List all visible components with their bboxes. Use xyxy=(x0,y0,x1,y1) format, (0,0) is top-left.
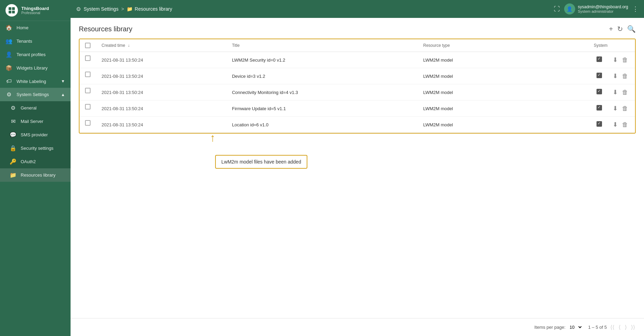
mail-icon: ✉ xyxy=(10,118,17,125)
sidebar-logo: ThingsBoard Professional xyxy=(0,0,71,21)
sidebar-item-widgets-library[interactable]: 📦 Widgets Library xyxy=(0,61,71,75)
sidebar-label-tenant-profiles: Tenant profiles xyxy=(17,52,46,57)
row-title: LWM2M Security id=0 v1.2 xyxy=(226,52,418,68)
row-resource-type: LWM2M model xyxy=(418,68,519,84)
table-row: 2021-08-31 13:50:24 Device id=3 v1.2 LWM… xyxy=(80,68,635,84)
row-created-time: 2021-08-31 13:50:24 xyxy=(96,84,226,101)
folder-icon: 📁 xyxy=(127,6,133,12)
app-sub: Professional xyxy=(21,11,49,15)
sidebar-item-white-labeling[interactable]: 🏷 White Labeling ▼ xyxy=(0,75,71,88)
header-actions: + ↻ 🔍 xyxy=(609,25,636,33)
annotation-box: LwM2m model files have been added xyxy=(215,155,307,169)
sidebar-item-home[interactable]: 🏠 Home xyxy=(0,21,71,34)
table-row: 2021-08-31 13:50:24 Connectivity Monitor… xyxy=(80,84,635,101)
row-checkbox-1[interactable] xyxy=(85,72,91,77)
row-created-time: 2021-08-31 13:50:24 xyxy=(96,101,226,117)
chevron-up-icon: ▲ xyxy=(61,92,65,97)
sidebar-item-resources-library[interactable]: 📁 Resources library xyxy=(0,168,71,182)
prev-page-button[interactable]: ⟨ xyxy=(618,323,621,331)
sidebar-item-sms-provider[interactable]: 💬 SMS provider xyxy=(0,128,71,141)
fullscreen-icon[interactable]: ⛶ xyxy=(554,6,560,13)
table-body: 2021-08-31 13:50:24 LWM2M Security id=0 … xyxy=(80,52,635,133)
add-button[interactable]: + xyxy=(609,25,613,33)
row-checkbox-cell xyxy=(80,52,96,64)
table-row: 2021-08-31 13:50:24 LWM2M Security id=0 … xyxy=(80,52,635,68)
row-resource-type: LWM2M model xyxy=(418,101,519,117)
sidebar-label-security: Security settings xyxy=(21,146,53,151)
resources-icon: 📁 xyxy=(10,172,17,178)
system-checkbox-3[interactable] xyxy=(597,105,602,111)
search-button[interactable]: 🔍 xyxy=(627,25,636,33)
download-button-1[interactable]: ⬇ xyxy=(611,72,619,81)
row-resource-type: LWM2M model xyxy=(418,52,519,68)
system-checkbox-1[interactable] xyxy=(597,73,602,78)
delete-button-0[interactable]: 🗑 xyxy=(621,56,630,64)
sidebar-label-white-labeling: White Labeling xyxy=(17,79,46,84)
download-button-0[interactable]: ⬇ xyxy=(611,55,619,64)
main-wrapper: ⚙ System Settings > 📁 Resources library … xyxy=(71,0,644,336)
more-options-icon[interactable]: ⋮ xyxy=(632,5,638,13)
breadcrumb: System Settings > 📁 Resources library xyxy=(84,6,172,12)
topbar: ⚙ System Settings > 📁 Resources library … xyxy=(71,0,644,18)
select-all-checkbox[interactable] xyxy=(85,43,91,48)
header-system: System xyxy=(519,39,635,52)
tenants-icon: 👥 xyxy=(6,38,12,44)
row-created-time: 2021-08-31 13:50:24 xyxy=(96,68,226,84)
security-icon: 🔒 xyxy=(10,145,17,151)
sidebar-item-oauth2[interactable]: 🔑 OAuth2 xyxy=(0,155,71,168)
sidebar-item-security-settings[interactable]: 🔒 Security settings xyxy=(0,141,71,155)
delete-button-4[interactable]: 🗑 xyxy=(621,120,630,129)
sidebar-item-system-settings[interactable]: ⚙ System Settings ▲ xyxy=(0,88,71,101)
breadcrumb-system-settings: System Settings xyxy=(84,6,118,12)
delete-button-3[interactable]: 🗑 xyxy=(621,104,630,113)
system-checkbox-0[interactable] xyxy=(597,56,602,62)
main-content: Resources library + ↻ 🔍 xyxy=(71,18,644,336)
topbar-actions: ⛶ 👤 sysadmin@thingsboard.org System admi… xyxy=(554,3,638,14)
sidebar-label-general: General xyxy=(21,105,36,111)
first-page-button[interactable]: ⟨⟨ xyxy=(610,323,615,331)
sidebar-item-mail-server[interactable]: ✉ Mail Server xyxy=(0,115,71,128)
row-actions: ⬇ 🗑 xyxy=(519,84,635,101)
user-email: sysadmin@thingsboard.org xyxy=(578,4,628,9)
system-checkbox-4[interactable] xyxy=(597,121,602,127)
sidebar-label-widgets: Widgets Library xyxy=(17,65,47,71)
user-info: 👤 sysadmin@thingsboard.org System admini… xyxy=(564,3,628,14)
next-page-button[interactable]: ⟩ xyxy=(624,323,627,331)
sort-icon: ↓ xyxy=(128,43,130,48)
download-button-3[interactable]: ⬇ xyxy=(611,104,619,113)
general-icon: ⚙ xyxy=(10,105,17,111)
annotation-text: LwM2m model files have been added xyxy=(221,159,301,165)
row-checkbox-4[interactable] xyxy=(85,120,91,126)
delete-button-2[interactable]: 🗑 xyxy=(621,88,630,97)
user-role: System administrator xyxy=(578,9,628,13)
sidebar-item-tenants[interactable]: 👥 Tenants xyxy=(0,34,71,48)
oauth-icon: 🔑 xyxy=(10,158,17,165)
header-resource-type[interactable]: Resource type xyxy=(418,39,519,52)
page-header: Resources library + ↻ 🔍 xyxy=(79,25,636,33)
per-page-select[interactable]: 10 5 15 20 25 100 xyxy=(568,324,583,330)
row-checkbox-2[interactable] xyxy=(85,88,91,93)
svg-rect-1 xyxy=(12,7,15,10)
row-resource-type: LWM2M model xyxy=(418,84,519,101)
header-created-time[interactable]: Created time ↓ xyxy=(96,39,226,52)
download-button-4[interactable]: ⬇ xyxy=(611,120,619,129)
settings-icon: ⚙ xyxy=(76,6,81,12)
row-title: Firmware Update id=5 v1.1 xyxy=(226,101,418,117)
per-page-label: Items per page: xyxy=(534,325,565,330)
last-page-button[interactable]: ⟩⟩ xyxy=(630,323,636,331)
per-page-section: Items per page: 10 5 15 20 25 100 xyxy=(534,324,582,330)
row-checkbox-0[interactable] xyxy=(85,55,91,61)
system-checkbox-2[interactable] xyxy=(597,89,602,94)
row-checkbox-3[interactable] xyxy=(85,104,91,109)
pagination-range: 1 – 5 of 5 xyxy=(588,325,607,330)
sidebar-item-tenant-profiles[interactable]: 👤 Tenant profiles xyxy=(0,48,71,61)
row-title: Location id=6 v1.0 xyxy=(226,117,418,133)
row-resource-type: LWM2M model xyxy=(418,117,519,133)
sidebar: ThingsBoard Professional 🏠 Home 👥 Tenant… xyxy=(0,0,71,336)
refresh-button[interactable]: ↻ xyxy=(617,25,623,33)
delete-button-1[interactable]: 🗑 xyxy=(621,72,630,81)
header-checkbox-col xyxy=(80,39,96,52)
sidebar-item-general[interactable]: ⚙ General xyxy=(0,101,71,115)
download-button-2[interactable]: ⬇ xyxy=(611,88,619,97)
header-title[interactable]: Title xyxy=(226,39,418,52)
